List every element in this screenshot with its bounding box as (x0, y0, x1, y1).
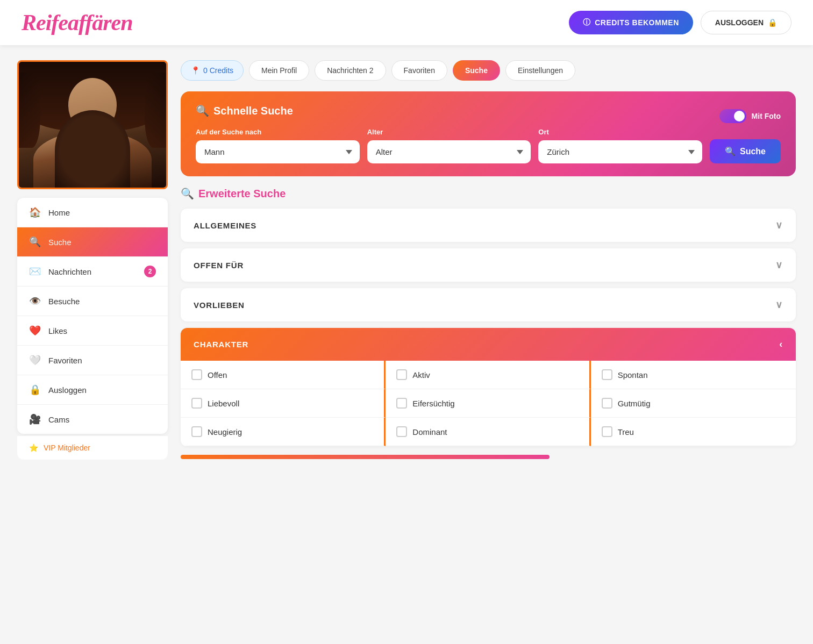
char-checkbox-liebevoll[interactable] (191, 398, 202, 409)
char-item-spontan[interactable]: Spontan (591, 361, 796, 389)
header: Reifeaffären ⓘ CREDITS BEKOMMEN AUSLOGGE… (0, 0, 813, 45)
sidebar-item-vip[interactable]: ⭐ VIP Mitglieder (17, 436, 168, 460)
nachrichten-badge: 2 (144, 266, 156, 277)
sidebar-ausloggen-label: Ausloggen (48, 385, 87, 395)
toggle-mit-foto-group: Mit Foto (719, 109, 781, 123)
sidebar-item-nachrichten[interactable]: ✉️ Nachrichten 2 (17, 257, 168, 287)
offen-fur-label: OFFEN FÜR (194, 261, 244, 270)
suche-btn-label: Suche (740, 147, 766, 156)
vip-label: VIP Mitglieder (44, 443, 90, 452)
char-treu-label: Treu (618, 427, 634, 437)
char-aktiv-label: Aktiv (412, 370, 430, 380)
tab-bar: 📍 0 Credits Mein Profil Nachrichten 2 Fa… (181, 60, 796, 81)
sidebar-besuche-label: Besuche (48, 297, 80, 306)
credits-tab-icon: 📍 (191, 66, 200, 75)
header-actions: ⓘ CREDITS BEKOMMEN AUSLOGGEN 🔒 (569, 11, 791, 34)
toggle-knob (734, 111, 745, 121)
profile-photo (17, 60, 168, 189)
main-layout: 🏠 Home 🔍 Suche ✉️ Nachrichten 2 👁️ Besuc… (0, 45, 813, 475)
tab-einstellungen-label: Einstellungen (518, 66, 563, 75)
home-icon: 🏠 (29, 206, 41, 218)
chevron-down-icon: ∨ (775, 219, 783, 231)
avatar (19, 62, 166, 188)
field-nach-select[interactable]: Mann Frau (196, 140, 360, 163)
tab-einstellungen[interactable]: Einstellungen (505, 60, 575, 81)
field-ort-group: Ort Zürich Bern Basel Genf (538, 128, 702, 163)
quick-search-box: 🔍 Schnelle Suche Mit Foto Auf der Suche … (181, 91, 796, 176)
field-alter-select[interactable]: Alter 18-25 26-35 36-45 46-55 56+ (367, 140, 531, 163)
sidebar-favoriten-label: Favoriten (48, 356, 82, 365)
accordion-allgemeines-header[interactable]: ALLGEMEINES ∨ (181, 209, 796, 242)
char-item-eifersuchtig[interactable]: Eifersüchtig (386, 389, 590, 418)
sidebar-item-cams[interactable]: 🎥 Cams (17, 405, 168, 434)
tab-nachrichten[interactable]: Nachrichten 2 (315, 60, 386, 81)
field-alter-label: Alter (367, 128, 531, 136)
scroll-indicator (181, 455, 550, 459)
char-dominant-label: Dominant (412, 427, 447, 437)
logo: Reifeaffären (22, 10, 133, 35)
sidebar-item-ausloggen[interactable]: 🔒 Ausloggen (17, 375, 168, 405)
field-nach-group: Auf der Suche nach Mann Frau (196, 128, 360, 163)
ausloggen-header-button[interactable]: AUSLOGGEN 🔒 (701, 11, 791, 34)
sidebar-likes-label: Likes (48, 326, 67, 335)
tab-mein-profil[interactable]: Mein Profil (249, 60, 309, 81)
sidebar-item-suche[interactable]: 🔍 Suche (17, 227, 168, 257)
tab-credits[interactable]: 📍 0 Credits (181, 60, 244, 81)
field-alter-group: Alter Alter 18-25 26-35 36-45 46-55 56+ (367, 128, 531, 163)
field-ort-select[interactable]: Zürich Bern Basel Genf (538, 140, 702, 163)
tab-nachrichten-label: Nachrichten 2 (327, 66, 373, 75)
char-checkbox-neugierig[interactable] (191, 426, 202, 437)
lock-icon: 🔒 (768, 18, 777, 27)
quick-search-title: 🔍 Schnelle Suche (196, 104, 293, 117)
char-item-dominant[interactable]: Dominant (386, 418, 590, 446)
tab-favoriten[interactable]: Favoriten (391, 60, 447, 81)
field-ort-label: Ort (538, 128, 702, 136)
heart-filled-icon: ❤️ (29, 325, 41, 337)
lock-sidebar-icon: 🔒 (29, 384, 41, 396)
vorlieben-label: VORLIEBEN (194, 300, 245, 310)
char-item-liebevoll[interactable]: Liebevoll (181, 389, 386, 418)
char-checkbox-aktiv[interactable] (396, 369, 407, 380)
accordion-allgemeines: ALLGEMEINES ∨ (181, 209, 796, 242)
tab-favoriten-label: Favoriten (404, 66, 435, 75)
mit-foto-toggle[interactable] (719, 109, 746, 123)
char-checkbox-spontan[interactable] (602, 369, 612, 380)
char-item-gutmutig[interactable]: Gutmütig (591, 389, 796, 418)
chevron-down-icon-2: ∨ (775, 259, 783, 271)
mit-foto-label: Mit Foto (752, 112, 781, 120)
suche-button[interactable]: 🔍 Suche (710, 139, 781, 163)
char-checkbox-treu[interactable] (602, 426, 612, 437)
sidebar-item-home[interactable]: 🏠 Home (17, 198, 168, 227)
char-neugierig-label: Neugierig (208, 427, 242, 437)
content-area: 📍 0 Credits Mein Profil Nachrichten 2 Fa… (181, 60, 796, 460)
char-checkbox-offen[interactable] (191, 369, 202, 380)
tab-suche[interactable]: Suche (453, 60, 500, 81)
sidebar-item-besuche[interactable]: 👁️ Besuche (17, 287, 168, 316)
credits-icon: ⓘ (583, 18, 591, 27)
char-spontan-label: Spontan (618, 370, 648, 380)
char-checkbox-eifersuchtig[interactable] (396, 398, 407, 409)
chevron-left-icon: ‹ (779, 339, 783, 350)
erweiterte-suche-title: 🔍 Erweiterte Suche (181, 187, 796, 200)
char-checkbox-gutmutig[interactable] (602, 398, 612, 409)
credits-bekommen-button[interactable]: ⓘ CREDITS BEKOMMEN (569, 11, 693, 34)
char-item-treu[interactable]: Treu (591, 418, 796, 446)
suche-btn-icon: 🔍 (725, 146, 736, 156)
char-item-offen[interactable]: Offen (181, 361, 386, 389)
accordion-offen-fur-header[interactable]: OFFEN FÜR ∨ (181, 248, 796, 282)
char-checkbox-dominant[interactable] (396, 426, 407, 437)
char-item-neugierig[interactable]: Neugierig (181, 418, 386, 446)
char-item-aktiv[interactable]: Aktiv (386, 361, 590, 389)
search-fields: Auf der Suche nach Mann Frau Alter Alter… (196, 128, 781, 163)
tab-suche-label: Suche (465, 66, 488, 75)
accordion-vorlieben-header[interactable]: VORLIEBEN ∨ (181, 288, 796, 321)
accordion-charakter-header[interactable]: CHARAKTER ‹ (181, 328, 796, 361)
charakter-grid: Offen Aktiv Spontan Liebevoll Eifersücht… (181, 361, 796, 446)
sidebar-item-likes[interactable]: ❤️ Likes (17, 316, 168, 346)
accordion-offen-fur: OFFEN FÜR ∨ (181, 248, 796, 282)
search-box-icon: 🔍 (196, 104, 209, 117)
sidebar-nav: 🏠 Home 🔍 Suche ✉️ Nachrichten 2 👁️ Besuc… (17, 198, 168, 434)
heart-outline-icon: 🤍 (29, 354, 41, 366)
allgemeines-label: ALLGEMEINES (194, 221, 256, 230)
sidebar-item-favoriten[interactable]: 🤍 Favoriten (17, 346, 168, 375)
